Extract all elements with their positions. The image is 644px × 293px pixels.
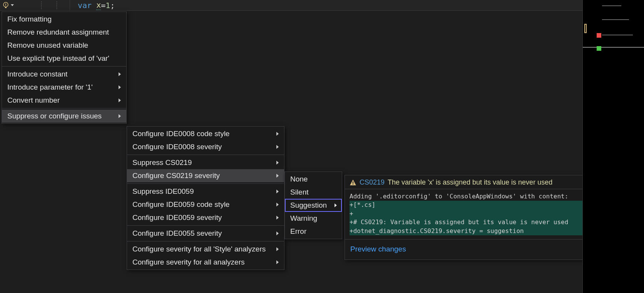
code-number: 1 [105,1,110,10]
menu-item[interactable]: Configure IDE0055 severity [127,227,284,240]
chevron-right-icon [276,174,279,178]
menu-separator [127,241,284,241]
menu-item[interactable]: Configure severity for all analyzers [127,256,284,269]
chevron-right-icon [276,145,279,149]
lightbulb-button[interactable] [0,0,16,10]
menu-item-label: Configure IDE0008 severity [132,143,222,151]
minimap-line [602,5,621,6]
preview-panel: CS0219 The variable 'x' is assigned but … [345,175,602,260]
minimap-marker [584,24,587,33]
chevron-right-icon [276,247,279,251]
chevron-right-icon [276,216,279,220]
menu-item-label: Introduce parameter for '1' [7,83,93,92]
menu-item[interactable]: Configure IDE0059 severity [127,211,284,224]
menu-item[interactable]: Suppress or configure issues [2,110,126,123]
svg-rect-4 [353,181,353,183]
preview-body: Adding '.editorconfig' to 'ConsoleAppWin… [345,189,602,239]
chevron-right-icon [276,231,279,235]
chevron-right-icon [119,85,121,89]
diff-added-line: +dotnet_diagnostic.CS0219.severity = sug… [350,227,597,235]
menu-item[interactable]: Configure CS0219 severity [127,169,284,182]
chevron-right-icon [276,203,279,206]
menu-separator [2,66,126,67]
lightbulb-icon [2,2,9,9]
minimap-error-marker [597,33,601,38]
menu-item-label: Error [290,227,306,236]
menu-item-label: Warning [290,214,317,223]
chevron-down-icon [11,4,14,6]
menu-item-label: Suggestion [290,201,327,210]
diagnostic-message: The variable 'x' is assigned but its val… [388,178,552,186]
quick-actions-menu[interactable]: Fix formattingRemove redundant assignmen… [2,12,127,124]
menu-item-label: Configure CS0219 severity [132,171,220,180]
preview-footer: Preview changes [345,239,602,260]
svg-rect-5 [353,184,353,185]
code-identifier: x [96,0,101,10]
menu-item[interactable]: None [285,173,342,186]
menu-separator [127,155,284,155]
menu-item-label: Convert number [7,96,60,105]
menu-item-label: None [290,175,308,183]
menu-item[interactable]: Suggestion [285,199,342,212]
minimap-change-marker [597,46,601,51]
preview-intro: Adding '.editorconfig' to 'ConsoleAppWin… [350,192,597,201]
menu-item-label: Configure severity for all analyzers [132,258,244,266]
menu-item-label: Suppress or configure issues [7,112,102,120]
menu-item-label: Configure IDE0059 code style [132,200,229,209]
minimap-line [602,35,633,35]
preview-header: CS0219 The variable 'x' is assigned but … [345,175,602,189]
minimap[interactable] [582,0,644,293]
menu-item-label: Introduce constant [7,70,67,78]
menu-item-label: Configure IDE0059 severity [132,213,222,222]
menu-item[interactable]: Suppress IDE0059 [127,185,284,198]
menu-item-label: Silent [290,188,309,196]
menu-item[interactable]: Fix formatting [2,13,126,26]
menu-item[interactable]: Introduce constant [2,68,126,81]
menu-item[interactable]: Convert number [2,94,126,107]
diff-added-line: +# CS0219: Variable is assigned but its … [350,218,597,226]
chevron-right-icon [119,72,121,76]
menu-item[interactable]: Remove unused variable [2,39,126,52]
code-op: = [101,1,105,10]
menu-item-label: Configure IDE0055 severity [132,229,222,238]
menu-item[interactable]: Configure IDE0008 severity [127,140,284,153]
menu-separator [127,183,284,184]
editor-line: var x = 1 ; [0,0,644,11]
chevron-right-icon [276,161,279,165]
menu-item-label: Configure IDE0008 code style [132,130,229,138]
code-gutter [16,0,70,10]
menu-item-label: Remove unused variable [7,41,88,50]
severity-submenu[interactable]: NoneSilentSuggestionWarningError [284,171,342,239]
svg-rect-1 [5,7,7,8]
menu-separator [2,108,126,108]
suppress-configure-submenu[interactable]: Configure IDE0008 code styleConfigure ID… [127,126,284,270]
chevron-right-icon [119,114,121,118]
diagnostic-id: CS0219 [360,178,385,186]
chevron-right-icon [276,132,279,136]
code-semi: ; [110,1,115,10]
menu-item[interactable]: Configure severity for all 'Style' analy… [127,243,284,256]
chevron-right-icon [335,203,337,207]
chevron-right-icon [276,260,279,264]
menu-item-label: Suppress IDE0059 [132,187,194,196]
code-keyword: var [78,1,92,10]
menu-item-label: Suppress CS0219 [132,158,192,167]
menu-item[interactable]: Configure IDE0059 code style [127,198,284,211]
warning-icon [350,179,356,186]
menu-item[interactable]: Error [285,225,342,238]
minimap-separator [583,47,644,48]
menu-item[interactable]: Introduce parameter for '1' [2,81,126,94]
menu-item-label: Fix formatting [7,15,52,23]
menu-item-label: Configure severity for all 'Style' analy… [132,245,266,253]
chevron-right-icon [119,98,121,102]
menu-item[interactable]: Configure IDE0008 code style [127,127,284,140]
minimap-line [602,19,629,20]
menu-item[interactable]: Warning [285,212,342,225]
menu-item[interactable]: Silent [285,186,342,199]
menu-item[interactable]: Suppress CS0219 [127,156,284,169]
code-text[interactable]: var x = 1 ; [70,0,115,10]
menu-item[interactable]: Use explicit type instead of 'var' [2,52,126,65]
preview-changes-link[interactable]: Preview changes [350,245,406,253]
menu-item[interactable]: Remove redundant assignment [2,26,126,39]
menu-item-label: Remove redundant assignment [7,28,109,37]
